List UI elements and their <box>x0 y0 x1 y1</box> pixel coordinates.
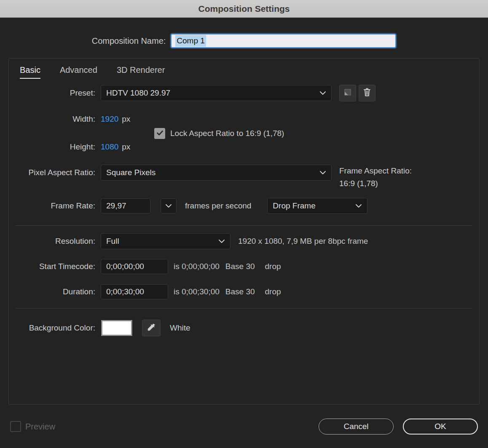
section-divider <box>16 308 472 309</box>
duration-is-text: is 0;00;30;00 <box>174 287 220 296</box>
resolution-value: Full <box>101 237 119 246</box>
width-value[interactable]: 1920 <box>101 115 118 124</box>
preview-toggle: Preview <box>10 421 55 432</box>
eyedropper-icon <box>147 323 156 333</box>
settings-panel: Basic Advanced 3D Renderer Preset: HDTV … <box>8 58 480 405</box>
drop-frame-value: Drop Frame <box>268 201 315 211</box>
delete-preset-button[interactable] <box>359 85 375 101</box>
width-unit: px <box>122 115 130 124</box>
frame-rate-suffix: frames per second <box>185 201 251 211</box>
start-timecode-is-text: is 0;00;00;00 <box>174 262 220 271</box>
duration-drop-text: drop <box>265 287 281 296</box>
dialog-footer: Preview Cancel OK <box>0 417 488 436</box>
background-color-row: Background Color: White <box>9 319 479 337</box>
width-row: Width: 1920 px <box>9 112 479 126</box>
height-label: Height: <box>9 142 101 152</box>
duration-input[interactable]: 0;00;30;00 <box>101 284 168 299</box>
resolution-row: Resolution: Full 1920 x 1080, 7,9 MB per… <box>9 233 479 249</box>
composition-settings-dialog: Composition Settings Composition Name: C… <box>0 0 488 436</box>
pixel-aspect-dropdown[interactable]: Square Pixels <box>101 165 332 181</box>
tab-3d-renderer[interactable]: 3D Renderer <box>117 65 165 78</box>
tab-advanced[interactable]: Advanced <box>60 65 97 78</box>
pixel-aspect-label: Pixel Aspect Ratio: <box>9 165 101 181</box>
chevron-down-icon <box>319 91 326 95</box>
tab-bar: Basic Advanced 3D Renderer <box>9 59 479 77</box>
preset-label: Preset: <box>9 88 101 98</box>
pixel-aspect-value: Square Pixels <box>101 168 156 177</box>
frame-aspect-ratio-label: Frame Aspect Ratio: <box>339 165 412 177</box>
resolution-dropdown[interactable]: Full <box>101 233 231 249</box>
preset-row: Preset: HDTV 1080 29.97 <box>9 85 479 101</box>
width-label: Width: <box>9 115 101 124</box>
lock-aspect-row: Lock Aspect Ratio to 16:9 (1,78) <box>154 128 479 139</box>
lock-aspect-label: Lock Aspect Ratio to 16:9 (1,78) <box>170 129 284 138</box>
composition-name-row: Composition Name: Comp 1 <box>0 34 488 48</box>
lock-aspect-checkbox[interactable] <box>154 128 165 139</box>
frame-rate-row: Frame Rate: 29,97 frames per second Drop… <box>9 197 479 214</box>
chevron-down-icon <box>319 171 326 175</box>
frame-rate-preset-button[interactable] <box>161 198 177 213</box>
preview-checkbox[interactable] <box>10 421 21 432</box>
frame-rate-label: Frame Rate: <box>9 201 101 211</box>
duration-value: 0;00;30;00 <box>106 287 144 296</box>
ok-button[interactable]: OK <box>403 419 478 435</box>
start-timecode-label: Start Timecode: <box>9 262 101 271</box>
duration-label: Duration: <box>9 287 101 296</box>
frame-rate-value: 29,97 <box>106 201 126 211</box>
chevron-down-icon <box>355 204 362 208</box>
start-timecode-base-text: Base 30 <box>225 262 255 271</box>
composition-name-label: Composition Name: <box>92 36 166 46</box>
preview-label: Preview <box>25 422 55 432</box>
drop-frame-dropdown[interactable]: Drop Frame <box>267 198 367 214</box>
cancel-button[interactable]: Cancel <box>319 419 394 435</box>
frame-aspect-ratio-value: 16:9 (1,78) <box>339 177 412 190</box>
duration-row: Duration: 0;00;30;00 is 0;00;30;00 Base … <box>9 284 479 300</box>
trash-icon <box>363 88 371 99</box>
save-preset-button[interactable] <box>339 85 356 101</box>
tab-basic[interactable]: Basic <box>20 65 40 79</box>
save-preset-icon <box>343 88 352 99</box>
height-unit: px <box>122 142 130 152</box>
preset-dropdown-value: HDTV 1080 29.97 <box>101 88 170 98</box>
background-color-label: Background Color: <box>9 323 101 333</box>
height-value[interactable]: 1080 <box>101 142 118 152</box>
preset-dropdown[interactable]: HDTV 1080 29.97 <box>101 85 332 101</box>
frame-aspect-ratio-info: Frame Aspect Ratio: 16:9 (1,78) <box>339 165 412 190</box>
start-timecode-value: 0;00;00;00 <box>106 262 144 271</box>
start-timecode-input[interactable]: 0;00;00;00 <box>101 259 168 274</box>
frame-rate-input[interactable]: 29,97 <box>101 198 150 213</box>
background-color-swatch[interactable] <box>101 320 133 336</box>
pixel-aspect-row: Pixel Aspect Ratio: Square Pixels Frame … <box>9 165 479 192</box>
dialog-title: Composition Settings <box>198 4 290 14</box>
composition-name-input[interactable]: Comp 1 <box>171 34 396 48</box>
section-divider <box>16 225 472 226</box>
chevron-down-icon <box>218 239 225 243</box>
height-row: Height: 1080 px <box>9 140 479 154</box>
duration-base-text: Base 30 <box>225 287 255 296</box>
dialog-titlebar: Composition Settings <box>0 0 488 18</box>
background-color-name: White <box>170 323 190 333</box>
resolution-label: Resolution: <box>9 237 101 246</box>
start-timecode-drop-text: drop <box>265 262 281 271</box>
chevron-down-icon <box>165 202 172 210</box>
composition-name-value: Comp 1 <box>175 35 206 47</box>
checkmark-icon <box>157 130 163 137</box>
eyedropper-button[interactable] <box>142 320 161 336</box>
start-timecode-row: Start Timecode: 0;00;00;00 is 0;00;00;00… <box>9 259 479 275</box>
resolution-info: 1920 x 1080, 7,9 MB per 8bpc frame <box>238 237 368 246</box>
